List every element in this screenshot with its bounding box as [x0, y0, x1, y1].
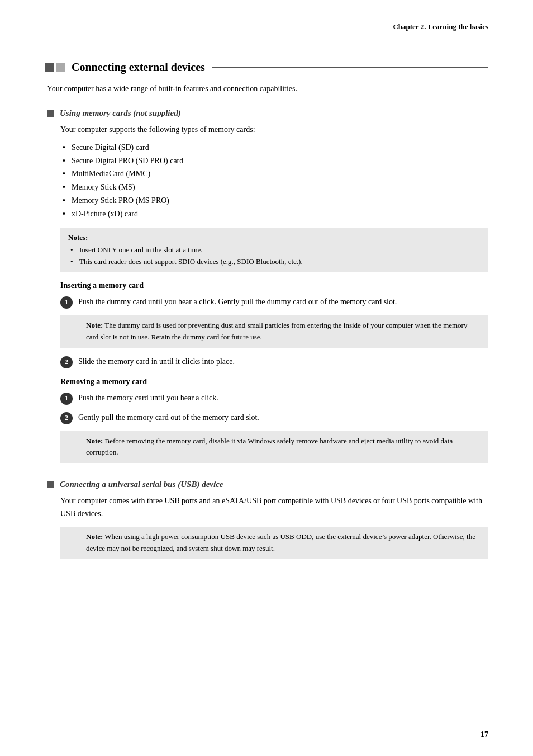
icon-square-light [56, 63, 65, 72]
step-circle-rm-2: 2 [60, 412, 73, 424]
list-item: Memory Stick (MS) [60, 181, 488, 194]
list-item: Insert ONLY one card in the slot at a ti… [70, 244, 480, 256]
insert-step-2-text: Slide the memory card in until it clicks… [78, 356, 488, 368]
usb-note-label: Note: [86, 532, 103, 541]
main-section-intro: Your computer has a wide range of built-… [47, 83, 488, 95]
step-circle-1: 1 [60, 296, 73, 309]
subsection-memory-cards-header: Using memory cards (not supplied) [47, 108, 488, 118]
chapter-header: Chapter 2. Learning the basics [45, 22, 488, 31]
insert-step-1: 1 Push the dummy card until you hear a c… [60, 296, 488, 309]
section-rule [212, 67, 488, 68]
insert-note-text: The dummy card is used for preventing du… [86, 321, 467, 341]
insert-note-label: Note: [86, 321, 103, 329]
subsection-memory-cards: Using memory cards (not supplied) Your c… [45, 108, 488, 463]
insert-note-box: Note: The dummy card is used for prevent… [60, 315, 488, 348]
list-item: MultiMediaCard (MMC) [60, 167, 488, 181]
remove-note-label: Note: [86, 437, 103, 445]
remove-step-2: 2 Gently pull the memory card out of the… [60, 412, 488, 424]
subsection-usb-header: Connecting a universal serial bus (USB) … [47, 480, 488, 489]
usb-note-box: Note: When using a high power consumptio… [60, 527, 488, 559]
subsection-usb-body: Your computer comes with three USB ports… [60, 495, 488, 559]
subsection-memory-cards-body: Your computer supports the following typ… [60, 124, 488, 463]
memory-card-types-list: Secure Digital (SD) card Secure Digital … [60, 141, 488, 221]
list-item: Memory Stick PRO (MS PRO) [60, 194, 488, 207]
subsection-usb-icon-square [47, 481, 54, 488]
inserting-title: Inserting a memory card [60, 281, 488, 290]
removing-title: Removing a memory card [60, 377, 488, 386]
insert-step-1-text: Push the dummy card until you hear a cli… [78, 296, 488, 308]
remove-step-2-text: Gently pull the memory card out of the m… [78, 412, 488, 424]
remove-step-1-text: Push the memory card until you hear a cl… [78, 392, 488, 404]
remove-step-1: 1 Push the memory card until you hear a … [60, 392, 488, 405]
step-circle-2: 2 [60, 356, 73, 368]
usb-intro: Your computer comes with three USB ports… [60, 495, 488, 520]
list-item: This card reader does not support SDIO d… [70, 256, 480, 268]
subsection-usb-title: Connecting a universal serial bus (USB) … [60, 480, 223, 489]
subsection-icon-square [47, 110, 54, 117]
main-section-title: Connecting external devices [72, 61, 205, 74]
list-item: Secure Digital PRO (SD PRO) card [60, 154, 488, 168]
subsection-memory-cards-title: Using memory cards (not supplied) [60, 108, 181, 118]
chapter-label: Chapter 2. Learning the basics [393, 22, 488, 31]
notes-list: Insert ONLY one card in the slot at a ti… [68, 244, 480, 268]
usb-note-text: When using a high power consumption USB … [86, 532, 475, 552]
icon-square-dark [45, 63, 54, 72]
insert-step-2: 2 Slide the memory card in until it clic… [60, 356, 488, 368]
list-item: Secure Digital (SD) card [60, 141, 488, 154]
page-number: 17 [480, 730, 488, 739]
subsection-usb: Connecting a universal serial bus (USB) … [45, 480, 488, 559]
remove-note-text: Before removing the memory card, disable… [86, 437, 453, 457]
notes-title: Notes: [68, 232, 480, 244]
list-item: xD-Picture (xD) card [60, 207, 488, 221]
step-circle-rm-1: 1 [60, 393, 73, 405]
main-section-title-block: Connecting external devices [45, 54, 488, 74]
remove-note-box: Note: Before removing the memory card, d… [60, 431, 488, 464]
memory-cards-intro: Your computer supports the following typ… [60, 124, 488, 136]
memory-cards-notes-box: Notes: Insert ONLY one card in the slot … [60, 228, 488, 272]
inserting-subsection: Inserting a memory card 1 Push the dummy… [60, 281, 488, 368]
section-icons [45, 63, 65, 72]
removing-subsection: Removing a memory card 1 Push the memory… [60, 377, 488, 464]
